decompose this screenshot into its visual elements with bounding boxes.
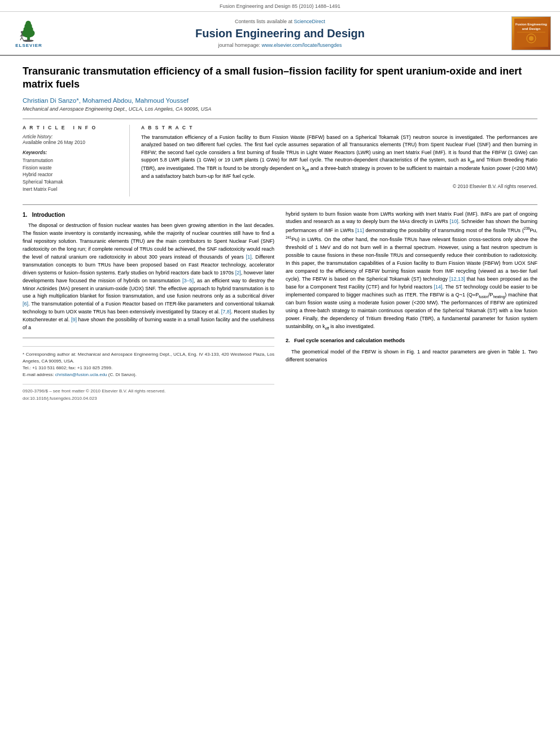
affiliation: Mechanical and Aerospace Engineering Dep… [23, 106, 537, 112]
journal-cover-icon: Fusion Engineering and Design [514, 19, 548, 47]
info-abstract-section: A R T I C L E I N F O Article history: A… [23, 119, 537, 196]
keyword-5: Inert Matrix Fuel [23, 186, 123, 193]
main-content: Transuranic transmutation efficiency of … [0, 56, 560, 413]
article-info-column: A R T I C L E I N F O Article history: A… [23, 125, 130, 196]
journal-homepage-link[interactable]: www.elsevier.com/locate/fusengdes [261, 42, 342, 48]
svg-point-5 [25, 20, 31, 26]
abstract-column: A B S T R A C T The transmutation effici… [141, 125, 537, 196]
svg-text:and Design: and Design [522, 27, 541, 30]
available-online: Available online 26 May 2010 [23, 139, 123, 145]
issn-line: 0920-3796/$ – see front matter © 2010 El… [23, 388, 274, 395]
abstract-label: A B S T R A C T [141, 125, 537, 130]
journal-title-area: Contents lists available at ScienceDirec… [54, 16, 506, 50]
journal-cover-text: Fusion Engineering and Design [514, 19, 548, 49]
svg-line-10 [20, 37, 21, 40]
abstract-text: The transmutation efficiency of a Fusion… [141, 134, 537, 180]
journal-cover-image: Fusion Engineering and Design [511, 16, 551, 50]
doi-line: doi:10.1016/j.fusengdes.2010.04.023 [23, 395, 274, 402]
email-note: E-mail address: christian@fusion.ucla.ed… [23, 372, 274, 378]
journal-header: ELSEVIER Contents lists available at Sci… [0, 12, 560, 56]
svg-text:Fusion Engineering: Fusion Engineering [515, 23, 547, 26]
journal-homepage-line: journal homepage: www.elsevier.com/locat… [218, 42, 342, 48]
keyword-3: Hybrid reactor [23, 171, 123, 178]
body-column-left: 1. Introduction The disposal or destruct… [23, 211, 274, 402]
article-history: Article history: Available online 26 May… [23, 134, 123, 145]
sciencedirect-line: Contents lists available at ScienceDirec… [235, 19, 325, 24]
elsevier-tree-icon [14, 19, 45, 42]
article-info-label: A R T I C L E I N F O [23, 125, 123, 130]
body-column-right: hybrid system to burn fission waste from… [286, 211, 537, 402]
keyword-4: Spherical Tokamak [23, 178, 123, 186]
article-title: Transuranic transmutation efficiency of … [23, 65, 537, 91]
keywords-label: Keywords: [23, 150, 123, 155]
footnote-area: * Corresponding author at: Mechanical an… [23, 338, 274, 378]
keyword-2: Fission waste [23, 164, 123, 172]
page-wrapper: Fusion Engineering and Design 85 (2010) … [0, 0, 560, 413]
corresponding-author-note: * Corresponding author at: Mechanical an… [23, 351, 274, 365]
tel-note: Tel.: +1 310 531 6802; fax: +1 310 825 2… [23, 365, 274, 372]
footnote-divider [23, 346, 274, 347]
journal-main-title: Fusion Engineering and Design [195, 27, 365, 40]
bottom-info: 0920-3796/$ – see front matter © 2010 El… [23, 384, 274, 402]
svg-point-1 [23, 40, 33, 42]
right-para-1: hybrid system to burn fission waste from… [286, 211, 537, 331]
keywords-section: Keywords: Transmutation Fission waste Hy… [23, 150, 123, 193]
sciencedirect-link[interactable]: ScienceDirect [294, 19, 326, 24]
right-para-2: 2. Fuel cycle scenarios and calculation … [286, 337, 537, 345]
svg-point-17 [529, 36, 533, 41]
copyright: © 2010 Elsevier B.V. All rights reserved… [141, 184, 537, 189]
right-para-3: The geometrical model of the FBFW is sho… [286, 348, 537, 364]
body-section: 1. Introduction The disposal or destruct… [23, 204, 537, 402]
journal-citation: Fusion Engineering and Design 85 (2010) … [220, 3, 340, 9]
elsevier-logo: ELSEVIER [9, 18, 49, 49]
section1-heading: 1. Introduction [23, 211, 274, 220]
history-label: Article history: [23, 134, 123, 139]
elsevier-label: ELSEVIER [15, 43, 42, 48]
intro-para-1: The disposal or destruction of fission n… [23, 222, 274, 332]
elsevier-logo-area: ELSEVIER [9, 16, 49, 50]
svg-point-6 [20, 30, 23, 33]
authors: Christian Di Sanzo*, Mohamed Abdou, Mahm… [23, 97, 537, 104]
journal-cover-area: Fusion Engineering and Design [511, 16, 551, 50]
svg-line-11 [21, 37, 23, 40]
journal-citation-bar: Fusion Engineering and Design 85 (2010) … [0, 0, 560, 12]
keyword-1: Transmutation [23, 157, 123, 164]
